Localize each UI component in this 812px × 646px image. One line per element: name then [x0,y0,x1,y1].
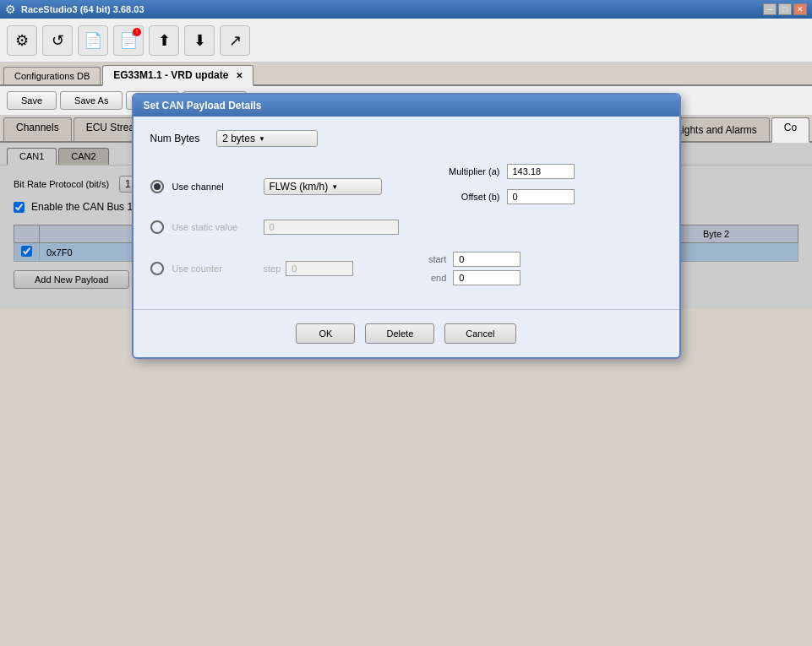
start-end-section: start end [421,252,520,285]
delete-button[interactable]: Delete [365,323,434,344]
end-input[interactable] [453,270,520,285]
step-input[interactable] [286,261,353,276]
tab-close-icon[interactable]: ✕ [236,71,243,80]
upload-icon[interactable]: ⬆ [149,25,179,56]
use-counter-label: Use counter [172,263,257,274]
share-icon[interactable]: ↗ [220,25,250,56]
title-bar-text: RaceStudio3 (64 bit) 3.68.03 [21,4,763,14]
num-bytes-row: Num Bytes 2 bytes ▼ [150,130,662,147]
tab-configurations-db[interactable]: Configurations DB [3,67,101,84]
toolbar: ⚙ ↺ 📄 📄! ⬆ ⬇ ↗ [0,19,812,62]
start-input[interactable] [453,252,520,267]
static-value-input[interactable] [264,220,399,235]
download-icon[interactable]: ⬇ [184,25,215,56]
use-channel-label: Use channel [172,182,257,192]
end-row: end [421,270,520,285]
step-label: step [264,263,281,274]
close-button[interactable]: ✕ [793,3,807,15]
num-bytes-select[interactable]: 2 bytes ▼ [216,130,318,147]
document2-icon[interactable]: 📄! [113,25,144,56]
offset-row: Offset (b) [433,189,575,204]
multiplier-label: Multiplier (a) [433,166,500,176]
title-bar-icon: ⚙ [5,3,16,16]
channel-arrow-icon: ▼ [331,183,338,191]
title-bar: ⚙ RaceStudio3 (64 bit) 3.68.03 ─ □ ✕ [0,0,812,19]
start-label: start [421,254,446,264]
use-counter-row: Use counter step start end [150,252,662,285]
use-channel-radio[interactable] [150,180,164,193]
tab-co[interactable]: Co [771,117,809,143]
options-container: Use channel FLWS (km/h) ▼ Multiplier (a) [150,164,662,285]
cancel-button[interactable]: Cancel [444,323,515,344]
use-static-value-label: Use static value [172,222,257,232]
modal-footer: OK Delete Cancel [134,309,679,357]
multiplier-offset-section: Multiplier (a) Offset (b) [433,164,575,209]
set-can-payload-modal: Set CAN Payload Details Num Bytes 2 byte… [132,93,681,359]
start-row: start [421,252,520,267]
modal-overlay: Set CAN Payload Details Num Bytes 2 byte… [0,143,812,309]
use-static-value-radio[interactable] [150,220,164,234]
tab-channels[interactable]: Channels [3,117,72,141]
multiplier-row: Multiplier (a) [433,164,575,179]
maximize-button[interactable]: □ [778,3,792,15]
save-button[interactable]: Save [7,91,57,110]
modal-body: Num Bytes 2 bytes ▼ Use channel FLWS (km… [134,117,679,309]
save-as-button[interactable]: Save As [60,91,123,110]
refresh-icon[interactable]: ↺ [42,25,73,56]
document-icon[interactable]: 📄 [78,25,108,56]
ok-button[interactable]: OK [296,323,355,344]
offset-input[interactable] [507,189,575,204]
num-bytes-arrow-icon: ▼ [259,135,265,143]
channel-select[interactable]: FLWS (km/h) ▼ [264,178,382,195]
end-label: end [421,273,446,283]
use-static-value-row: Use static value [150,220,662,235]
top-tab-bar: Configurations DB EG33M1.1 - VRD update … [0,62,812,86]
use-counter-radio[interactable] [150,262,164,275]
modal-title: Set CAN Payload Details [134,95,679,117]
num-bytes-label: Num Bytes [150,133,200,144]
offset-label: Offset (b) [433,192,500,202]
settings-icon[interactable]: ⚙ [7,25,37,56]
minimize-button[interactable]: ─ [763,3,777,15]
multiplier-input[interactable] [507,164,575,179]
use-channel-row: Use channel FLWS (km/h) ▼ Multiplier (a) [150,164,662,209]
tab-eg33[interactable]: EG33M1.1 - VRD update ✕ [102,65,253,86]
